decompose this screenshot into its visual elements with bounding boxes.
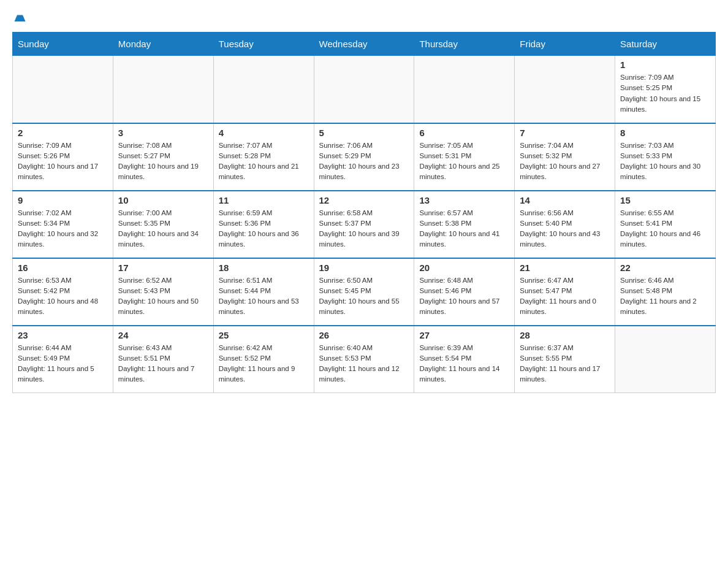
day-number: 17	[118, 262, 208, 273]
calendar-cell: 23Sunrise: 6:44 AMSunset: 5:49 PMDayligh…	[13, 326, 113, 393]
day-info: Sunrise: 7:08 AMSunset: 5:27 PMDaylight:…	[118, 140, 208, 183]
day-info: Sunrise: 6:37 AMSunset: 5:55 PMDaylight:…	[520, 343, 610, 385]
day-info: Sunrise: 6:50 AMSunset: 5:45 PMDaylight:…	[319, 275, 409, 318]
calendar-week-row: 2Sunrise: 7:09 AMSunset: 5:26 PMDaylight…	[13, 123, 716, 191]
calendar-header-row: SundayMondayTuesdayWednesdayThursdayFrid…	[13, 33, 716, 56]
calendar-cell: 27Sunrise: 6:39 AMSunset: 5:54 PMDayligh…	[414, 326, 515, 393]
day-info: Sunrise: 6:59 AMSunset: 5:36 PMDaylight:…	[219, 208, 309, 250]
calendar-cell: 13Sunrise: 6:57 AMSunset: 5:38 PMDayligh…	[414, 191, 515, 258]
calendar-cell: 16Sunrise: 6:53 AMSunset: 5:42 PMDayligh…	[13, 258, 113, 326]
weekday-header-saturday: Saturday	[615, 33, 716, 56]
calendar-cell: 5Sunrise: 7:06 AMSunset: 5:29 PMDaylight…	[314, 123, 414, 191]
day-number: 8	[620, 128, 710, 138]
calendar-cell: 18Sunrise: 6:51 AMSunset: 5:44 PMDayligh…	[213, 258, 314, 326]
day-number: 7	[520, 128, 610, 138]
weekday-header-wednesday: Wednesday	[314, 33, 414, 56]
calendar-cell: 12Sunrise: 6:58 AMSunset: 5:37 PMDayligh…	[314, 191, 414, 258]
day-number: 11	[219, 195, 309, 205]
day-number: 16	[18, 262, 108, 273]
logo-arrow-icon	[13, 12, 27, 26]
day-number: 4	[219, 128, 309, 138]
day-number: 3	[118, 128, 208, 138]
calendar-cell: 20Sunrise: 6:48 AMSunset: 5:46 PMDayligh…	[414, 258, 515, 326]
weekday-header-friday: Friday	[515, 33, 615, 56]
day-info: Sunrise: 7:04 AMSunset: 5:32 PMDaylight:…	[520, 140, 610, 183]
logo	[12, 12, 27, 26]
day-number: 1	[620, 59, 710, 70]
day-number: 20	[419, 262, 509, 273]
calendar-cell: 2Sunrise: 7:09 AMSunset: 5:26 PMDaylight…	[13, 123, 113, 191]
calendar-cell: 15Sunrise: 6:55 AMSunset: 5:41 PMDayligh…	[615, 191, 716, 258]
day-info: Sunrise: 6:42 AMSunset: 5:52 PMDaylight:…	[219, 343, 309, 385]
day-number: 9	[18, 195, 108, 205]
day-number: 15	[620, 195, 710, 205]
day-info: Sunrise: 7:05 AMSunset: 5:31 PMDaylight:…	[419, 140, 509, 183]
day-info: Sunrise: 6:40 AMSunset: 5:53 PMDaylight:…	[319, 343, 409, 385]
calendar-cell: 22Sunrise: 6:46 AMSunset: 5:48 PMDayligh…	[615, 258, 716, 326]
day-info: Sunrise: 7:06 AMSunset: 5:29 PMDaylight:…	[319, 140, 409, 183]
weekday-header-tuesday: Tuesday	[213, 33, 314, 56]
day-info: Sunrise: 7:09 AMSunset: 5:25 PMDaylight:…	[620, 72, 710, 115]
day-number: 22	[620, 262, 710, 273]
calendar-cell: 1Sunrise: 7:09 AMSunset: 5:25 PMDaylight…	[615, 56, 716, 123]
day-number: 26	[319, 330, 409, 340]
calendar-cell: 25Sunrise: 6:42 AMSunset: 5:52 PMDayligh…	[213, 326, 314, 393]
calendar-cell: 24Sunrise: 6:43 AMSunset: 5:51 PMDayligh…	[113, 326, 213, 393]
calendar-cell	[515, 56, 615, 123]
calendar-cell	[13, 56, 113, 123]
day-info: Sunrise: 7:07 AMSunset: 5:28 PMDaylight:…	[219, 140, 309, 183]
calendar-cell: 28Sunrise: 6:37 AMSunset: 5:55 PMDayligh…	[515, 326, 615, 393]
day-info: Sunrise: 6:55 AMSunset: 5:41 PMDaylight:…	[620, 208, 710, 250]
calendar-cell: 4Sunrise: 7:07 AMSunset: 5:28 PMDaylight…	[213, 123, 314, 191]
day-info: Sunrise: 6:58 AMSunset: 5:37 PMDaylight:…	[319, 208, 409, 250]
day-number: 19	[319, 262, 409, 273]
calendar-cell: 8Sunrise: 7:03 AMSunset: 5:33 PMDaylight…	[615, 123, 716, 191]
day-number: 28	[520, 330, 610, 340]
day-info: Sunrise: 6:52 AMSunset: 5:43 PMDaylight:…	[118, 275, 208, 318]
day-info: Sunrise: 6:48 AMSunset: 5:46 PMDaylight:…	[419, 275, 509, 318]
calendar-cell: 26Sunrise: 6:40 AMSunset: 5:53 PMDayligh…	[314, 326, 414, 393]
weekday-header-thursday: Thursday	[414, 33, 515, 56]
calendar-cell	[615, 326, 716, 393]
calendar-cell: 14Sunrise: 6:56 AMSunset: 5:40 PMDayligh…	[515, 191, 615, 258]
day-info: Sunrise: 6:51 AMSunset: 5:44 PMDaylight:…	[219, 275, 309, 318]
calendar-week-row: 1Sunrise: 7:09 AMSunset: 5:25 PMDaylight…	[13, 56, 716, 123]
calendar-cell	[213, 56, 314, 123]
day-info: Sunrise: 6:46 AMSunset: 5:48 PMDaylight:…	[620, 275, 710, 318]
weekday-header-monday: Monday	[113, 33, 213, 56]
calendar-table: SundayMondayTuesdayWednesdayThursdayFrid…	[12, 32, 716, 393]
day-number: 2	[18, 128, 108, 138]
day-number: 6	[419, 128, 509, 138]
page-header	[12, 12, 716, 26]
day-info: Sunrise: 6:43 AMSunset: 5:51 PMDaylight:…	[118, 343, 208, 385]
day-number: 25	[219, 330, 309, 340]
calendar-cell: 19Sunrise: 6:50 AMSunset: 5:45 PMDayligh…	[314, 258, 414, 326]
day-info: Sunrise: 6:47 AMSunset: 5:47 PMDaylight:…	[520, 275, 610, 318]
day-info: Sunrise: 7:02 AMSunset: 5:34 PMDaylight:…	[18, 208, 108, 250]
calendar-week-row: 9Sunrise: 7:02 AMSunset: 5:34 PMDaylight…	[13, 191, 716, 258]
day-number: 13	[419, 195, 509, 205]
calendar-cell	[314, 56, 414, 123]
day-info: Sunrise: 7:00 AMSunset: 5:35 PMDaylight:…	[118, 208, 208, 250]
day-info: Sunrise: 6:39 AMSunset: 5:54 PMDaylight:…	[419, 343, 509, 385]
day-info: Sunrise: 6:53 AMSunset: 5:42 PMDaylight:…	[18, 275, 108, 318]
calendar-cell: 9Sunrise: 7:02 AMSunset: 5:34 PMDaylight…	[13, 191, 113, 258]
calendar-cell: 7Sunrise: 7:04 AMSunset: 5:32 PMDaylight…	[515, 123, 615, 191]
day-number: 5	[319, 128, 409, 138]
svg-marker-0	[15, 15, 26, 22]
day-info: Sunrise: 6:57 AMSunset: 5:38 PMDaylight:…	[419, 208, 509, 250]
calendar-cell: 10Sunrise: 7:00 AMSunset: 5:35 PMDayligh…	[113, 191, 213, 258]
calendar-cell	[113, 56, 213, 123]
calendar-cell: 21Sunrise: 6:47 AMSunset: 5:47 PMDayligh…	[515, 258, 615, 326]
day-number: 27	[419, 330, 509, 340]
day-info: Sunrise: 7:03 AMSunset: 5:33 PMDaylight:…	[620, 140, 710, 183]
day-info: Sunrise: 6:44 AMSunset: 5:49 PMDaylight:…	[18, 343, 108, 385]
day-number: 23	[18, 330, 108, 340]
calendar-week-row: 16Sunrise: 6:53 AMSunset: 5:42 PMDayligh…	[13, 258, 716, 326]
weekday-header-sunday: Sunday	[13, 33, 113, 56]
calendar-week-row: 23Sunrise: 6:44 AMSunset: 5:49 PMDayligh…	[13, 326, 716, 393]
day-number: 10	[118, 195, 208, 205]
calendar-cell: 17Sunrise: 6:52 AMSunset: 5:43 PMDayligh…	[113, 258, 213, 326]
day-number: 21	[520, 262, 610, 273]
day-info: Sunrise: 7:09 AMSunset: 5:26 PMDaylight:…	[18, 140, 108, 183]
